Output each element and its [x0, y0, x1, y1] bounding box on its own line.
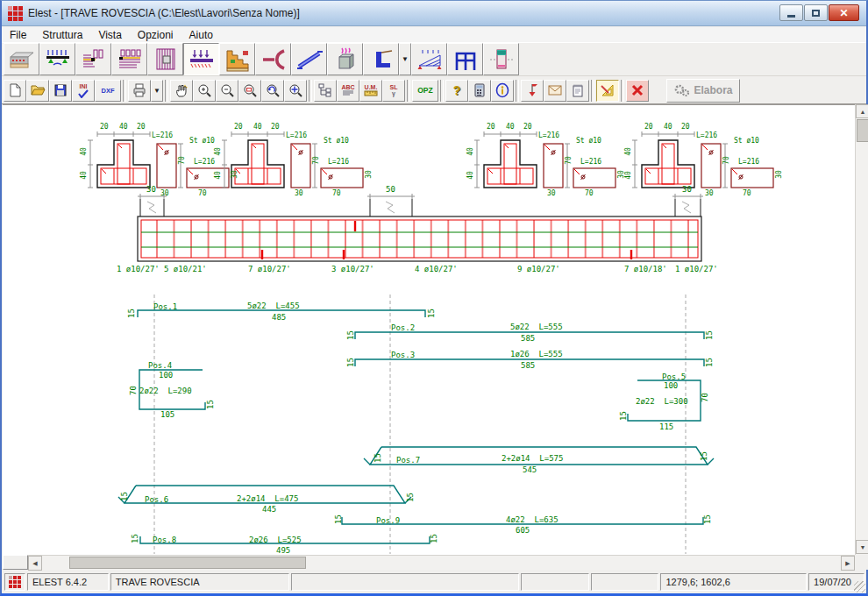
- dim-label: 30: [705, 190, 714, 197]
- node-branch-button[interactable]: [255, 43, 291, 75]
- foundation-plinth-button[interactable]: [4, 43, 39, 75]
- pan-button[interactable]: [170, 80, 193, 102]
- wall-panel-b-button[interactable]: [111, 43, 147, 75]
- sl-label: SL: [390, 84, 398, 90]
- project-tree-button[interactable]: [314, 80, 337, 102]
- position-dev-length: 495: [276, 547, 290, 555]
- calculator-button[interactable]: [468, 80, 491, 102]
- dim-label: 100: [159, 372, 173, 380]
- position-spec: 2ø22 L=300: [636, 398, 688, 406]
- toolbar-separator: [165, 80, 168, 102]
- units-button[interactable]: U.M.: [359, 80, 382, 102]
- toolbar-separator: [407, 80, 410, 102]
- scroll-down-button[interactable]: ▼: [856, 540, 868, 554]
- inclined-beam-button[interactable]: [291, 43, 327, 75]
- app-logo-icon: [8, 6, 23, 21]
- info-button[interactable]: [491, 80, 514, 102]
- column-3d-button[interactable]: [327, 43, 363, 75]
- scroll-up-button[interactable]: ▲: [856, 104, 868, 118]
- column-section-button[interactable]: [483, 43, 519, 75]
- inclined-beam-icon: [295, 47, 324, 72]
- vertical-scroll-thumb[interactable]: [857, 119, 868, 142]
- drawing-mode-button[interactable]: [596, 80, 619, 102]
- frame-button[interactable]: [447, 43, 483, 75]
- minimize-button[interactable]: [779, 4, 803, 21]
- dim-label: 40: [467, 169, 474, 181]
- stirrup-length-label: L=216: [738, 159, 759, 166]
- wall-panel-a-button[interactable]: [75, 43, 111, 75]
- retaining-wall-dropdown[interactable]: ▼: [399, 43, 411, 75]
- beam-on-supports-icon: [44, 47, 72, 72]
- menu-aiuto[interactable]: Aiuto: [181, 28, 221, 42]
- menu-file[interactable]: File: [2, 28, 34, 42]
- notepad-icon: [570, 82, 586, 98]
- scroll-right-button[interactable]: ▶: [841, 556, 855, 571]
- zoom-previous-button[interactable]: [261, 80, 284, 102]
- options-button[interactable]: OPZ: [412, 80, 438, 102]
- status-logo-panel: [4, 573, 25, 591]
- horizontal-scrollbar[interactable]: ◀ ▶: [28, 555, 855, 570]
- horizontal-scroll-thumb[interactable]: [69, 557, 306, 569]
- elabora-label: Elabora: [694, 84, 732, 96]
- scroll-left-button[interactable]: ◀: [28, 556, 42, 571]
- print-dropdown[interactable]: ▼: [151, 80, 163, 102]
- elabora-button[interactable]: Elabora: [666, 79, 740, 103]
- stirrup-length-label: L=216: [286, 132, 307, 139]
- marker-button[interactable]: [521, 80, 544, 102]
- title-bar[interactable]: Elest - [TRAVE ROVESCIA (C:\Elest\Lavori…: [2, 1, 866, 26]
- open-button[interactable]: [26, 80, 49, 102]
- toolbar-separator: [440, 80, 444, 102]
- menu-vista[interactable]: Vista: [90, 28, 129, 42]
- column-block-icon: [331, 47, 359, 72]
- hook-dim: 15: [347, 330, 355, 342]
- hook-dim: 15: [428, 308, 436, 320]
- maximize-button[interactable]: [804, 4, 828, 21]
- inverted-beam-button[interactable]: [183, 43, 219, 75]
- save-floppy-icon: [53, 82, 68, 98]
- position-dev-length: 485: [272, 314, 286, 322]
- text-settings-button[interactable]: ABC: [337, 80, 359, 102]
- print-button[interactable]: [128, 80, 151, 102]
- notes-button[interactable]: [566, 80, 589, 102]
- stairs-button[interactable]: [219, 43, 255, 75]
- zoom-window-button[interactable]: [238, 80, 261, 102]
- report-button[interactable]: [544, 80, 566, 102]
- help-button[interactable]: ?: [445, 80, 468, 102]
- window-title: Elest - [TRAVE ROVESCIA (C:\Elest\Lavori…: [28, 7, 300, 19]
- vertical-scrollbar[interactable]: ▲ ▼: [855, 104, 868, 555]
- truss-button[interactable]: [411, 43, 447, 75]
- new-button[interactable]: [4, 80, 26, 102]
- pane-splitter-box[interactable]: [3, 555, 28, 570]
- resize-grip[interactable]: [854, 581, 865, 592]
- ini-settings-button[interactable]: INI: [72, 80, 95, 102]
- save-button[interactable]: [49, 80, 72, 102]
- zoom-in-button[interactable]: [193, 80, 216, 102]
- safety-factors-button[interactable]: SL γ: [382, 80, 405, 102]
- stirrup-zone-label: 1 ø10/27': [675, 266, 718, 273]
- stirrup-length-label: L=216: [696, 132, 717, 139]
- dim-label: 40: [119, 124, 128, 131]
- dxf-export-button[interactable]: DXF: [95, 80, 121, 102]
- menu-opzioni[interactable]: Opzioni: [130, 28, 181, 42]
- position-spec: 2+2ø14 L=475: [237, 495, 298, 503]
- beam-elevation: [138, 216, 701, 261]
- close-drawing-button[interactable]: [626, 80, 649, 102]
- dim-label: 70: [198, 190, 207, 197]
- close-button[interactable]: ✕: [829, 4, 859, 21]
- stirrup-length-label: L=216: [194, 159, 215, 166]
- status-coordinates: 1279,6; 1602,6: [660, 573, 807, 591]
- position-spec: 2+2ø14 L=575: [502, 455, 563, 463]
- zoom-out-button[interactable]: [216, 80, 238, 102]
- zoom-extents-button[interactable]: [284, 80, 307, 102]
- hollow-block-wall-button[interactable]: [147, 43, 183, 75]
- stirrup-title-label: St ø10: [189, 138, 215, 145]
- menu-struttura[interactable]: Struttura: [34, 28, 90, 42]
- dim-label: 70: [701, 392, 709, 404]
- set-square-pencil-icon: [600, 82, 615, 98]
- maximize-icon: [812, 10, 820, 17]
- envelope-icon: [547, 82, 563, 98]
- drawing-canvas[interactable]: 20 40 20 40 40 L=216 70 30 St ø10 L=216 …: [3, 104, 855, 555]
- retaining-wall-button[interactable]: [363, 43, 399, 75]
- simply-supported-beam-button[interactable]: [39, 43, 75, 75]
- beam-with-loads-icon: [188, 47, 216, 72]
